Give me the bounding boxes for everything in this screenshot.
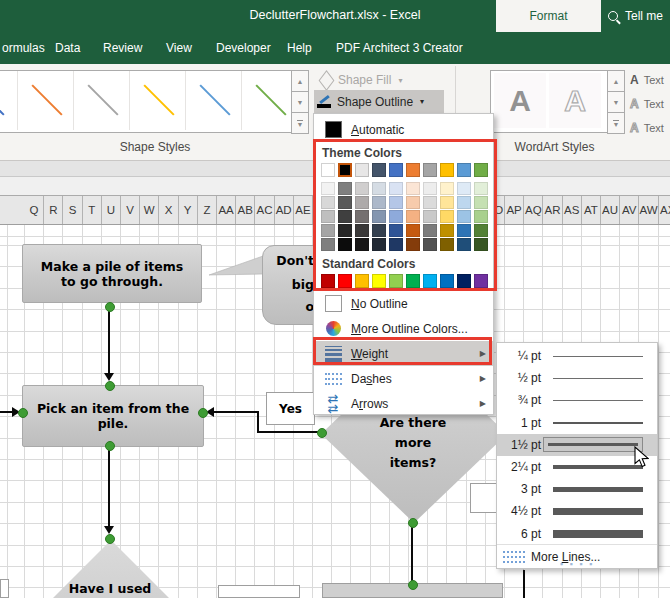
column-header-W[interactable]: W <box>140 196 159 224</box>
connection-point[interactable] <box>105 534 115 544</box>
column-header-AX[interactable]: AX <box>659 196 670 224</box>
chevron-down-icon: ▾ <box>398 76 402 85</box>
column-header-AD[interactable]: AD <box>275 196 294 224</box>
weight-line-sample <box>553 356 643 357</box>
column-header-S[interactable]: S <box>63 196 82 224</box>
tab-review[interactable]: Review <box>103 32 142 64</box>
column-header-AS[interactable]: AS <box>563 196 582 224</box>
connector-line[interactable] <box>108 445 110 526</box>
tab-pdf-architect-3-creator[interactable]: PDF Architect 3 Creator <box>336 32 463 64</box>
column-header-AR[interactable]: AR <box>543 196 562 224</box>
connection-point[interactable] <box>105 302 115 312</box>
column-header-X[interactable]: X <box>159 196 178 224</box>
connection-point[interactable] <box>408 518 418 528</box>
text-effects-button[interactable]: A Text <box>630 119 664 137</box>
weight-option-1[interactable]: ¼ pt <box>497 345 657 367</box>
column-header-R[interactable]: R <box>44 196 63 224</box>
column-header-AE[interactable]: AE <box>294 196 313 224</box>
tab-help[interactable]: Help <box>287 32 312 64</box>
style-line-preview <box>31 84 62 115</box>
ribbon-tab-row: ormulasDataReviewViewDeveloperHelpPDF Ar… <box>0 32 670 64</box>
text-fill-button[interactable]: A Text <box>630 71 664 89</box>
column-header-AQ[interactable]: AQ <box>524 196 543 224</box>
connection-point[interactable] <box>198 408 208 418</box>
wordart-style-thumb[interactable]: A <box>494 73 546 128</box>
menu-item-no-outline[interactable]: No Outline <box>314 291 493 316</box>
column-header-AP[interactable]: AP <box>505 196 524 224</box>
style-line-preview <box>87 84 118 115</box>
connection-point[interactable] <box>317 428 327 438</box>
weight-line-sample <box>553 378 643 379</box>
submenu-arrow-icon: ▶ <box>480 374 486 383</box>
column-header-AT[interactable]: AT <box>582 196 601 224</box>
flowchart-box-pick-item[interactable]: Pick an item from the pile. <box>22 385 204 447</box>
connector-line[interactable] <box>257 431 322 433</box>
shape-outline-button[interactable]: Shape Outline ▾ <box>314 90 444 113</box>
column-header-U[interactable]: U <box>102 196 121 224</box>
shape-style-thumb[interactable] <box>0 71 16 130</box>
weight-option-7[interactable]: 3 pt <box>497 478 657 500</box>
shape-styles-gallery[interactable] <box>0 70 309 133</box>
wordart-style-thumb[interactable]: A <box>549 73 601 128</box>
column-header-AA[interactable]: AA <box>217 196 236 224</box>
automatic-swatch-icon <box>322 121 344 138</box>
wordart-scroll-down-icon[interactable]: ▼ <box>607 92 625 113</box>
connector-line[interactable] <box>213 411 259 413</box>
tab-ormulas[interactable]: ormulas <box>2 32 45 64</box>
column-header-Z[interactable]: Z <box>198 196 217 224</box>
weight-option-label: 1 pt <box>497 416 541 430</box>
menu-item-arrows[interactable]: ⇄⇄Arrows▶ <box>314 391 493 416</box>
weight-option-4[interactable]: 1 pt <box>497 412 657 434</box>
column-header-Q[interactable]: Q <box>25 196 44 224</box>
wordart-styles-gallery[interactable]: A A <box>490 70 610 133</box>
shape-style-thumb[interactable] <box>129 71 186 130</box>
connection-point[interactable] <box>105 381 115 391</box>
connector-line[interactable] <box>108 307 110 373</box>
shape-style-thumb[interactable] <box>185 71 242 130</box>
connection-point[interactable] <box>408 580 418 590</box>
column-header-AV[interactable]: AV <box>620 196 639 224</box>
column-header-AW[interactable]: AW <box>639 196 658 224</box>
column-header-T[interactable]: T <box>83 196 102 224</box>
wordart-more-icon[interactable]: ▼ <box>607 113 625 134</box>
gallery-more-icon[interactable]: ▼ <box>291 113 309 134</box>
connection-point[interactable] <box>105 441 115 451</box>
menu-item-dashes[interactable]: Dashes▶ <box>314 366 493 391</box>
gallery-scroll-up-icon[interactable]: ▲ <box>291 70 309 92</box>
tell-me-box[interactable]: Tell me <box>608 0 663 32</box>
column-header-V[interactable]: V <box>121 196 140 224</box>
connector-line[interactable] <box>411 523 413 584</box>
weight-line-sample <box>553 465 643 469</box>
tab-data[interactable]: Data <box>55 32 80 64</box>
weight-option-label: 2¼ pt <box>497 460 541 474</box>
paint-bucket-icon <box>319 70 335 91</box>
pencil-outline-icon <box>317 95 332 108</box>
wordart-scroll-up-icon[interactable]: ▲ <box>607 70 625 92</box>
column-header-AU[interactable]: AU <box>601 196 620 224</box>
dashed-lines-icon <box>325 373 342 385</box>
weight-option-3[interactable]: ¾ pt <box>497 389 657 411</box>
column-header-AB[interactable]: AB <box>236 196 255 224</box>
shape-style-thumb[interactable] <box>73 71 130 130</box>
tab-view[interactable]: View <box>166 32 192 64</box>
flowchart-yes-label[interactable]: Yes <box>266 392 315 425</box>
weight-option-2[interactable]: ½ pt <box>497 367 657 389</box>
weight-option-8[interactable]: 4½ pt <box>497 500 657 522</box>
column-header-AC[interactable]: AC <box>255 196 274 224</box>
menu-item-label: More Outline Colors... <box>351 322 493 336</box>
tab-format[interactable]: Format <box>496 0 601 32</box>
shape-style-thumb[interactable] <box>241 71 298 130</box>
gallery-scroll-down-icon[interactable]: ▼ <box>291 92 309 113</box>
text-outline-button[interactable]: A Text <box>630 95 664 113</box>
tab-developer[interactable]: Developer <box>216 32 271 64</box>
shape-fill-button[interactable]: Shape Fill ▾ <box>316 70 442 90</box>
flowchart-box-make-pile[interactable]: Make a pile of items to go through. <box>22 244 202 303</box>
connector-line[interactable] <box>257 411 259 433</box>
callout-text: o <box>262 299 314 314</box>
connector-line[interactable] <box>523 570 525 598</box>
shape-style-thumb[interactable] <box>17 71 74 130</box>
weight-option-9[interactable]: 6 pt <box>497 523 657 545</box>
connection-point[interactable] <box>18 408 28 418</box>
column-header-Y[interactable]: Y <box>179 196 198 224</box>
menu-resize-grip[interactable]: ▪ ▪ ▪ ▪ <box>497 561 657 567</box>
